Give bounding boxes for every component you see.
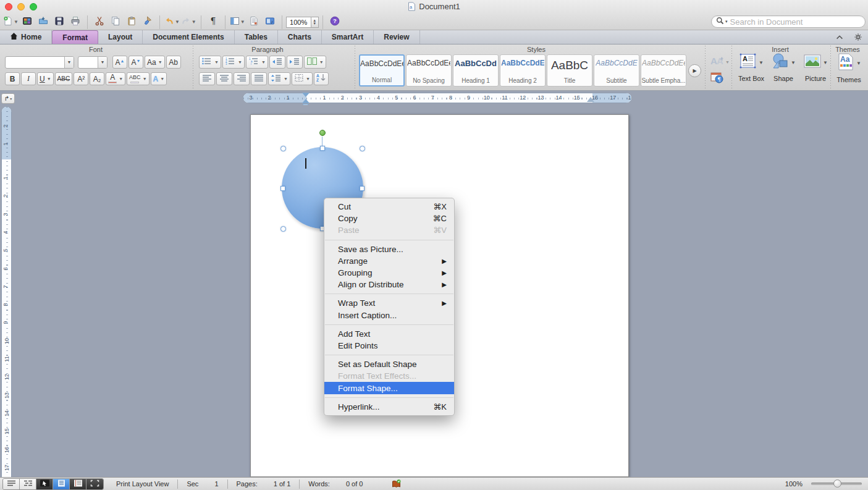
horizontal-ruler[interactable]: 321123456789101112131415161718 bbox=[243, 93, 632, 103]
selection-handle-top[interactable] bbox=[320, 146, 325, 151]
selection-handle-left[interactable] bbox=[280, 186, 285, 191]
rotation-handle[interactable] bbox=[319, 130, 326, 136]
zoom-select-stepper-icon[interactable]: ▲▼ bbox=[311, 17, 319, 28]
search-input[interactable] bbox=[730, 17, 865, 27]
spelling-check-icon[interactable] bbox=[391, 479, 402, 489]
menu-item-hyperlink[interactable]: Hyperlink...⌘K bbox=[324, 401, 454, 413]
print-button[interactable] bbox=[68, 15, 83, 30]
style-normal[interactable]: AaBbCcDdEeNormal bbox=[359, 54, 405, 87]
zoom-slider[interactable] bbox=[811, 483, 862, 485]
menu-item-set-as-default-shape[interactable]: Set as Default Shape bbox=[324, 358, 454, 370]
sort-button[interactable]: AZ bbox=[314, 72, 329, 85]
style-no-spacing[interactable]: AaBbCcDdEeNo Spacing bbox=[406, 54, 452, 87]
tab-stop-selector-button[interactable]: ↱▾ bbox=[1, 93, 15, 104]
words-label[interactable]: Words: bbox=[308, 480, 330, 488]
superscript-button[interactable]: A² bbox=[74, 72, 88, 85]
copy-button[interactable] bbox=[108, 15, 123, 30]
font-color-button[interactable]: A▼ bbox=[106, 72, 125, 85]
sidebar-button[interactable]: ▼ bbox=[230, 15, 245, 30]
menu-item-insert-caption[interactable]: Insert Caption... bbox=[324, 310, 454, 321]
subscript-button[interactable]: A₂ bbox=[90, 72, 104, 85]
tab-format[interactable]: Format bbox=[52, 30, 98, 44]
right-indent-marker[interactable] bbox=[587, 97, 594, 102]
decrease-indent-button[interactable] bbox=[269, 56, 285, 69]
search-field[interactable]: ▾ bbox=[711, 15, 866, 28]
menu-item-copy[interactable]: Copy⌘C bbox=[324, 213, 454, 224]
text-effects-button[interactable]: A▼ bbox=[151, 72, 167, 85]
new-document-button[interactable]: ▼ bbox=[3, 15, 19, 30]
underline-button[interactable]: U▼ bbox=[37, 72, 54, 85]
multilevel-list-button[interactable]: 1ai▼ bbox=[246, 56, 268, 69]
menu-item-cut[interactable]: Cut⌘X bbox=[324, 201, 454, 213]
publishing-layout-view-button[interactable] bbox=[36, 479, 53, 489]
reveal-formatting-button[interactable]: ¶ bbox=[710, 72, 724, 84]
help-button[interactable]: ? bbox=[327, 15, 342, 30]
style-title[interactable]: AaBbCTitle bbox=[547, 54, 592, 87]
bold-button[interactable]: B bbox=[5, 72, 20, 85]
borders-button[interactable]: ▼ bbox=[292, 72, 313, 85]
font-name-select[interactable]: ▼ bbox=[5, 56, 74, 69]
align-center-button[interactable] bbox=[216, 72, 232, 85]
format-painter-button[interactable] bbox=[140, 15, 155, 30]
selection-handle-bottom-left[interactable] bbox=[280, 226, 286, 232]
cut-button[interactable] bbox=[92, 15, 107, 30]
tab-charts[interactable]: Charts bbox=[278, 30, 322, 44]
grow-font-button[interactable]: A▲ bbox=[112, 56, 127, 69]
show-document-button[interactable] bbox=[246, 15, 261, 30]
pages-value[interactable]: 1 of 1 bbox=[274, 480, 291, 488]
align-left-button[interactable] bbox=[199, 72, 215, 85]
text-effects-gallery-button[interactable]: AA ▼ bbox=[709, 54, 730, 69]
media-browser-button[interactable]: ♪ bbox=[263, 15, 277, 30]
italic-button[interactable]: I bbox=[21, 72, 36, 85]
print-layout-view-button[interactable] bbox=[53, 479, 70, 489]
zoom-slider-thumb[interactable] bbox=[833, 479, 841, 488]
font-size-select[interactable]: ▼ bbox=[78, 56, 107, 69]
shrink-font-button[interactable]: A▼ bbox=[129, 56, 143, 69]
save-button[interactable] bbox=[52, 15, 67, 30]
redo-button[interactable]: ▼ bbox=[181, 15, 196, 30]
draft-view-button[interactable] bbox=[3, 479, 20, 489]
selection-handle-top-right[interactable] bbox=[360, 146, 365, 151]
zoom-select[interactable]: 100%▲▼ bbox=[286, 17, 319, 28]
paste-button[interactable] bbox=[124, 15, 139, 30]
columns-button[interactable]: ▼ bbox=[304, 56, 326, 69]
bullets-button[interactable]: ▼ bbox=[199, 56, 221, 69]
strikethrough-button[interactable]: ABC bbox=[55, 72, 73, 85]
themes-button[interactable]: Aa ▼ Themes bbox=[833, 53, 865, 83]
text-box-button[interactable]: A▼Text Box bbox=[735, 53, 767, 82]
collapse-ribbon-button[interactable] bbox=[834, 32, 845, 43]
menu-item-edit-points[interactable]: Edit Points bbox=[324, 340, 454, 352]
menu-item-save-as-picture[interactable]: Save as Picture... bbox=[324, 243, 454, 255]
outline-view-button[interactable] bbox=[20, 479, 36, 489]
tab-tables[interactable]: Tables bbox=[235, 30, 278, 44]
tab-layout[interactable]: Layout bbox=[98, 30, 143, 44]
document-gallery-button[interactable] bbox=[20, 15, 35, 30]
first-line-indent-marker[interactable] bbox=[302, 93, 310, 103]
highlight-button[interactable]: ABC▼ bbox=[127, 72, 149, 85]
picture-button[interactable]: ▼Picture bbox=[799, 53, 832, 82]
style-heading-2[interactable]: AaBbCcDdEeHeading 2 bbox=[500, 54, 546, 87]
tab-document-elements[interactable]: Document Elements bbox=[143, 30, 234, 44]
ribbon-settings-gear-icon[interactable] bbox=[853, 32, 864, 43]
style-heading-1[interactable]: AaBbCcDdHeading 1 bbox=[453, 54, 499, 87]
justify-button[interactable] bbox=[251, 72, 267, 85]
words-value[interactable]: 0 of 0 bbox=[346, 480, 363, 488]
clear-formatting-button[interactable]: Ab bbox=[166, 56, 181, 69]
pages-label[interactable]: Pages: bbox=[237, 480, 258, 488]
menu-item-add-text[interactable]: Add Text bbox=[324, 328, 454, 340]
increase-indent-button[interactable] bbox=[287, 56, 303, 69]
menu-item-wrap-text[interactable]: Wrap Text▶ bbox=[324, 297, 454, 309]
change-case-button[interactable]: Aa▼ bbox=[145, 56, 165, 69]
open-button[interactable] bbox=[36, 15, 51, 30]
search-scope-caret-icon[interactable]: ▾ bbox=[725, 19, 728, 24]
selection-handle-right[interactable] bbox=[360, 186, 364, 191]
menu-item-format-shape[interactable]: Format Shape... bbox=[324, 382, 454, 394]
tab-review[interactable]: Review bbox=[374, 30, 419, 44]
line-spacing-button[interactable]: ▼ bbox=[268, 72, 290, 85]
focus-view-button[interactable] bbox=[86, 479, 103, 489]
styles-gallery-more-button[interactable]: ▶ bbox=[688, 64, 701, 77]
selection-handle-top-left[interactable] bbox=[280, 146, 286, 151]
menu-item-align-or-distribute[interactable]: Align or Distribute▶ bbox=[324, 279, 454, 290]
show-marks-button[interactable]: ¶ bbox=[206, 15, 221, 30]
style-subtle-empha[interactable]: AaBbCcDdEeSubtle Empha... bbox=[641, 54, 686, 87]
